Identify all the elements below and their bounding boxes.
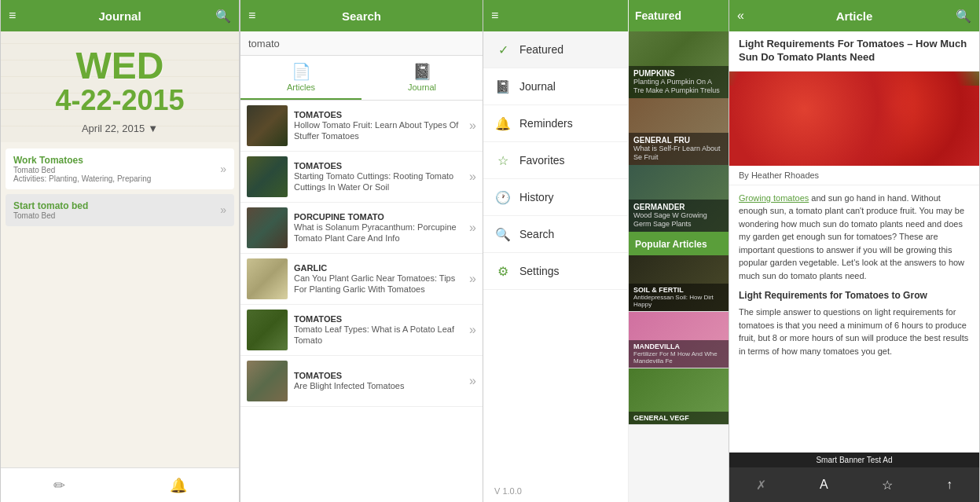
chevron-right-icon: »	[220, 203, 226, 216]
article-image	[729, 71, 979, 166]
result-category: TOMATOES	[294, 371, 463, 380]
sidebar-item-settings[interactable]: ⚙ Settings	[483, 253, 628, 290]
sidebar-item-reminders[interactable]: 🔔 Reminders	[483, 105, 628, 142]
article-paragraph: The simple answer to questions on light …	[739, 306, 970, 357]
sidebar-item-search[interactable]: 🔍 Search	[483, 216, 628, 253]
nav-item-label: Favorites	[519, 154, 565, 167]
popular-card-title: MANDEVILLA	[633, 343, 724, 350]
article-section-title: Light Requirements for Tomatoes to Grow	[739, 288, 970, 302]
journal-entry[interactable]: Work Tomatoes Tomato Bed Activities: Pla…	[6, 148, 234, 189]
sidebar-item-favorites[interactable]: ☆ Favorites	[483, 142, 628, 179]
search-header: ≡ Search	[240, 0, 483, 31]
panel-search: ≡ Search 📄 Articles 📓 Journal TOMATOES H…	[240, 0, 483, 502]
journal-entries: Work Tomatoes Tomato Bed Activities: Pla…	[1, 142, 239, 467]
result-title: Are Blight Infected Tomatoes	[294, 380, 463, 391]
journal-header: ≡ Journal 🔍	[1, 0, 239, 31]
panel-nav-featured: ≡ ✓ Featured 📓 Journal 🔔 Reminders ☆ Fav…	[483, 0, 729, 502]
chevron-right-icon: »	[220, 163, 226, 175]
result-thumbnail	[247, 207, 288, 248]
featured-card-title: PUMPKINS	[633, 69, 724, 78]
chevron-right-icon: »	[469, 170, 476, 184]
journal-icon: 📓	[494, 78, 512, 95]
featured-card-subtitle: What is Self-Fr Learn About Se Fruit	[633, 145, 724, 162]
nav-item-label: Featured	[519, 43, 563, 56]
result-thumbnail	[247, 361, 288, 401]
list-item[interactable]: TOMATOES Tomato Leaf Types: What is A Po…	[240, 305, 483, 356]
list-item[interactable]: TOMATOES Hollow Tomato Fruit: Learn Abou…	[240, 101, 483, 152]
ad-banner: Smart Banner Test Ad	[729, 453, 979, 467]
result-thumbnail	[247, 156, 288, 197]
bell-icon[interactable]: 🔔	[170, 477, 187, 494]
list-item[interactable]: PORCUPINE TOMATO What is Solanum Pyracan…	[240, 203, 483, 254]
sidebar-item-history[interactable]: 🕐 History	[483, 179, 628, 216]
font-size-icon[interactable]: A	[820, 478, 828, 492]
panel-journal: ≡ Journal 🔍 WED 4-22-2015 April 22, 2015…	[0, 0, 240, 502]
checkmark-icon: ✓	[494, 41, 512, 58]
close-icon[interactable]: ✗	[756, 478, 766, 493]
articles-tab-icon: 📄	[292, 62, 311, 81]
sidebar-item-featured[interactable]: ✓ Featured	[483, 31, 628, 68]
entry-subtitle: Tomato Bed	[13, 166, 151, 174]
search-menu-icon[interactable]: ≡	[248, 9, 264, 23]
version-label: V 1.0.0	[483, 480, 628, 502]
featured-card-germander[interactable]: GERMANDER Wood Sage W Growing Germ Sage …	[629, 165, 729, 232]
list-item[interactable]: TOMATOES Are Blight Infected Tomatoes »	[240, 356, 483, 407]
tab-journal[interactable]: 📓 Journal	[362, 56, 483, 100]
tab-articles-label: Articles	[287, 82, 315, 92]
back-icon[interactable]: «	[737, 9, 753, 23]
nav-item-label: Settings	[519, 265, 560, 277]
featured-card-pumpkins[interactable]: PUMPKINS Planting A Pumpkin On A Tre Mak…	[629, 31, 729, 98]
journal-day: WED	[76, 47, 164, 85]
settings-icon: ⚙	[494, 262, 512, 280]
featured-card-generalfru[interactable]: GENERAL FRU What is Self-Fr Learn About …	[629, 98, 729, 165]
tab-articles[interactable]: 📄 Articles	[240, 56, 362, 100]
article-search-icon[interactable]: 🔍	[956, 9, 971, 24]
favorite-icon[interactable]: ☆	[882, 478, 893, 493]
search-input[interactable]	[248, 38, 475, 49]
result-category: TOMATOES	[294, 161, 463, 170]
list-item[interactable]: TOMATOES Starting Tomato Cuttings: Rooti…	[240, 152, 483, 203]
popular-card-soil[interactable]: SOIL & FERTIL Antidepressan Soil: How Di…	[629, 255, 729, 312]
featured-card-subtitle: Wood Sage W Growing Germ Sage Plants	[633, 211, 724, 229]
popular-card-title: SOIL & FERTIL	[633, 286, 724, 294]
journal-footer: ✏ 🔔	[1, 467, 239, 502]
search-icon: 🔍	[494, 225, 512, 243]
popular-section-title: Popular Articles	[635, 239, 707, 250]
journal-tab-icon: 📓	[413, 62, 432, 81]
featured-card-title: GERMANDER	[633, 203, 724, 211]
entry-activities: Activities: Planting, Watering, Preparin…	[13, 174, 151, 183]
popular-card-mandevilla[interactable]: MANDEVILLA Fertilizer For M How And Whe …	[629, 312, 729, 368]
article-body: Growing tomatoes and sun go hand in hand…	[729, 185, 979, 453]
journal-menu-icon[interactable]: ≡	[9, 9, 24, 23]
bell-icon: 🔔	[494, 115, 512, 132]
featured-card-subtitle: Planting A Pumpkin On A Tre Make A Pumpk…	[633, 78, 724, 95]
featured-card-title: GENERAL FRU	[633, 136, 724, 145]
popular-section-header: Popular Articles	[629, 232, 729, 255]
journal-full-date[interactable]: April 22, 2015 ▼	[82, 123, 158, 134]
star-icon: ☆	[494, 152, 512, 169]
result-thumbnail	[247, 310, 288, 350]
nav-menu-icon[interactable]: ≡	[491, 9, 498, 23]
result-category: PORCUPINE TOMATO	[294, 212, 463, 222]
chevron-right-icon: »	[469, 374, 476, 388]
nav-item-label: Search	[519, 228, 554, 240]
featured-header: Featured	[629, 0, 729, 31]
result-title: Starting Tomato Cuttings: Rooting Tomato…	[294, 170, 463, 193]
popular-card-generalveg[interactable]: GENERAL VEGF	[629, 368, 729, 425]
article-link[interactable]: Growing tomatoes	[739, 193, 809, 203]
search-title: Search	[264, 9, 459, 23]
search-results-list: TOMATOES Hollow Tomato Fruit: Learn Abou…	[240, 101, 483, 502]
pencil-icon[interactable]: ✏	[53, 477, 65, 494]
popular-card-subtitle: Antidepressan Soil: How Dirt Happy	[633, 294, 724, 309]
journal-search-icon[interactable]: 🔍	[215, 9, 231, 24]
list-item[interactable]: GARLIC Can You Plant Garlic Near Tomatoe…	[240, 254, 483, 305]
result-category: TOMATOES	[294, 314, 463, 324]
result-thumbnail	[247, 105, 288, 146]
search-input-bar	[240, 31, 483, 56]
sidebar-item-journal[interactable]: 📓 Journal	[483, 68, 628, 105]
search-tabs: 📄 Articles 📓 Journal	[240, 56, 483, 101]
popular-card-title: GENERAL VEGF	[633, 414, 724, 422]
result-title: What is Solanum Pyracanthum: Porcupine T…	[294, 222, 463, 244]
share-icon[interactable]: ↑	[946, 478, 952, 492]
journal-entry[interactable]: Start tomato bed Tomato Bed »	[6, 194, 234, 226]
